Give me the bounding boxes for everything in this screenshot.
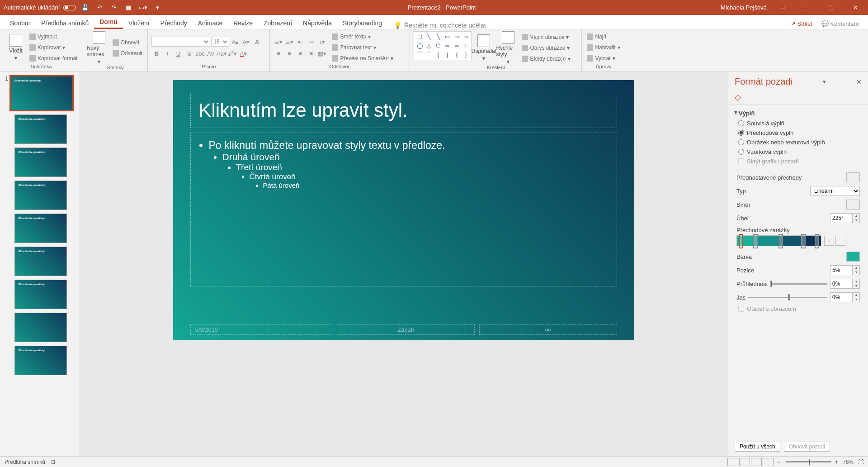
pane-tab-fill[interactable]: ◇ xyxy=(728,90,868,105)
layout-thumbnail[interactable]: Kliknutím lze upravit styl. xyxy=(14,346,67,375)
fill-section-header[interactable]: Výplň xyxy=(735,108,862,119)
font-color-button[interactable]: A▾ xyxy=(238,48,248,58)
transparency-slider[interactable] xyxy=(768,283,830,285)
arrange-button[interactable]: Uspořádat▾ xyxy=(472,31,496,65)
layout-thumbnail[interactable]: Kliknutím lze upravit styl. xyxy=(14,181,67,210)
close-icon[interactable]: ✕ xyxy=(846,0,864,15)
shrink-font-icon[interactable]: A▾ xyxy=(241,37,251,47)
font-family-select[interactable] xyxy=(151,37,210,47)
spacing-button[interactable]: AV xyxy=(206,48,216,58)
fit-icon[interactable]: ⛶ xyxy=(858,459,863,465)
shadow-button[interactable]: abc xyxy=(195,48,205,58)
tab-review[interactable]: Revize xyxy=(228,17,258,29)
tellme-search[interactable]: 💡 Řekněte mi, co chcete udělat xyxy=(387,22,486,29)
date-placeholder[interactable]: 5/3/2019 xyxy=(190,324,333,335)
share-button[interactable]: ↗ Sdílet xyxy=(786,19,817,29)
body-placeholder[interactable]: Po kliknutí můžete upravovat styly textu… xyxy=(190,133,617,286)
pane-options-icon[interactable]: ▾ xyxy=(823,78,826,85)
tab-view[interactable]: Zobrazení xyxy=(258,17,297,29)
brightness-slider[interactable] xyxy=(745,297,830,298)
new-slide-button[interactable]: Nový snímek▾ xyxy=(87,31,111,65)
gradient-stop[interactable] xyxy=(753,234,758,248)
quick-styles-button[interactable]: Rychlé styly▾ xyxy=(496,31,520,65)
shape-outline-button[interactable]: Obrys obrazce ▾ xyxy=(520,43,571,53)
sorter-view-icon[interactable] xyxy=(739,458,750,466)
layout-thumbnail[interactable]: Kliknutím lze upravit styl. xyxy=(14,280,67,309)
add-stop-icon[interactable]: + xyxy=(824,236,834,246)
stop-color-button[interactable] xyxy=(846,252,860,262)
numbering-icon[interactable]: ≣▾ xyxy=(284,37,294,47)
zoom-out-icon[interactable]: − xyxy=(777,459,780,465)
tab-transitions[interactable]: Přechody xyxy=(155,17,193,29)
thumbnail-rail[interactable]: 1 Kliknutím lze upravit styl. Kliknutím … xyxy=(0,72,79,456)
undo-icon[interactable]: ↶ xyxy=(94,2,105,13)
paste-button[interactable]: Vložit▾ xyxy=(4,31,28,64)
layout-thumbnail[interactable]: Kliknutím lze upravit styl. xyxy=(14,247,67,276)
redo-icon[interactable]: ↷ xyxy=(108,2,119,13)
underline-button[interactable]: U xyxy=(173,48,183,58)
position-spinner[interactable]: ▴▾ xyxy=(830,265,860,275)
radio-gradient-fill[interactable]: Přechodová výplň xyxy=(735,128,862,138)
comments-button[interactable]: 💬 Komentáře xyxy=(817,19,863,29)
radio-picture-fill[interactable]: Obrázek nebo texturová výplň xyxy=(735,138,862,147)
shape-textbox-icon[interactable]: ▢ xyxy=(415,33,424,41)
layout-thumbnail[interactable]: Kliknutím lze upravit styl. xyxy=(14,148,67,177)
shape-effects-button[interactable]: Efekty obrazce ▾ xyxy=(520,54,571,64)
remove-stop-icon[interactable]: − xyxy=(835,236,845,246)
shape-fill-button[interactable]: Výplň obrazce ▾ xyxy=(520,32,571,42)
radio-pattern-fill[interactable]: Vzorková výplň xyxy=(735,147,862,157)
gradient-stop[interactable] xyxy=(778,234,783,248)
bold-button[interactable]: B xyxy=(151,48,161,58)
save-icon[interactable]: 💾 xyxy=(80,2,90,13)
bullets-icon[interactable]: ≣▾ xyxy=(274,37,283,47)
layout-thumbnail[interactable] xyxy=(14,313,67,342)
font-size-select[interactable]: 18 xyxy=(211,37,229,47)
apply-all-button[interactable]: Použít u všech xyxy=(735,442,780,452)
maximize-icon[interactable]: ▢ xyxy=(822,0,840,15)
gradient-type-select[interactable]: Lineární xyxy=(810,186,860,196)
tab-storyboarding[interactable]: Storyboarding xyxy=(337,17,387,29)
slide-canvas-area[interactable]: Kliknutím lze upravit styl. Po kliknutí … xyxy=(79,72,728,456)
replace-button[interactable]: Nahradit ▾ xyxy=(585,43,621,52)
reset-bg-button[interactable]: Obnovit pozadí xyxy=(784,442,830,452)
justify-icon[interactable]: ≡ xyxy=(306,48,316,58)
slideshow-view-icon[interactable] xyxy=(763,458,774,466)
reading-view-icon[interactable] xyxy=(751,458,762,466)
italic-button[interactable]: I xyxy=(162,48,172,58)
strike-button[interactable]: S xyxy=(184,48,194,58)
case-button[interactable]: Aa▾ xyxy=(217,48,226,58)
preset-gradients-button[interactable] xyxy=(846,172,860,182)
grow-font-icon[interactable]: A▴ xyxy=(230,37,240,47)
slide-master[interactable]: Kliknutím lze upravit styl. Po kliknutí … xyxy=(173,80,634,340)
check-rotate-with-shape[interactable]: Otáčet s obrazcem xyxy=(735,304,862,314)
pane-close-icon[interactable]: ✕ xyxy=(856,78,862,86)
ribbon-opts-icon[interactable]: ▭ xyxy=(773,0,791,15)
select-button[interactable]: Vybrat ▾ xyxy=(585,53,621,63)
touch-icon[interactable]: ▭▾ xyxy=(137,2,148,13)
linespacing-icon[interactable]: ↕▾ xyxy=(317,37,327,47)
zoom-level[interactable]: 78% xyxy=(843,459,854,465)
gradient-stop[interactable] xyxy=(815,234,819,248)
tab-slide-master[interactable]: Předloha snímků xyxy=(36,17,94,29)
autosave-toggle[interactable] xyxy=(63,5,76,10)
minimize-icon[interactable]: — xyxy=(797,0,816,15)
master-thumbnail[interactable]: Kliknutím lze upravit styl. xyxy=(10,76,73,111)
check-hide-graphics[interactable]: Skrýt grafiku pozadí xyxy=(735,157,862,166)
angle-spinner[interactable]: ▴▾ xyxy=(830,213,860,223)
shapes-gallery[interactable]: ▢╲╲▭▭▭ ◯△⬡⇨⇦☆ ⌒⌒{}{} xyxy=(414,31,472,60)
tab-help[interactable]: Nápověda xyxy=(297,17,337,29)
delete-button[interactable]: Odstranit xyxy=(111,48,144,58)
present-icon[interactable]: ▦ xyxy=(123,2,134,13)
gradient-stop[interactable] xyxy=(739,234,743,248)
normal-view-icon[interactable] xyxy=(727,458,738,466)
transparency-spinner[interactable]: ▴▾ xyxy=(830,279,860,289)
gradient-stops-track[interactable] xyxy=(736,235,821,246)
align-center-icon[interactable]: ≡ xyxy=(284,48,294,58)
highlight-button[interactable]: 🖍▾ xyxy=(227,48,237,58)
radio-solid-fill[interactable]: Souvislá výplň xyxy=(735,119,862,128)
layout-thumbnail[interactable]: Kliknutím lze upravit styl. xyxy=(14,114,67,144)
smartart-button[interactable]: Převést na SmartArt ▾ xyxy=(330,53,395,63)
columns-icon[interactable]: ▥▾ xyxy=(317,48,327,58)
align-left-icon[interactable]: ≡ xyxy=(274,48,283,58)
tab-insert[interactable]: Vložení xyxy=(123,17,155,29)
